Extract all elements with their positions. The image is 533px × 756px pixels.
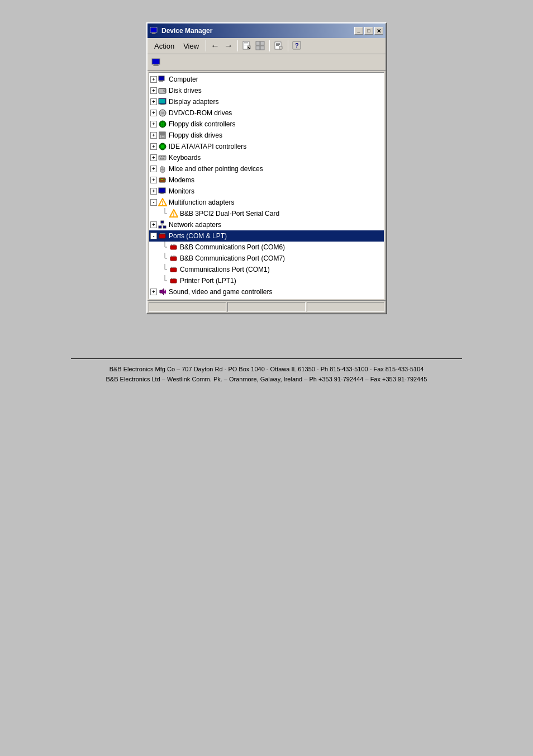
minimize-button[interactable]: _ xyxy=(354,27,363,35)
expand-display[interactable]: + xyxy=(150,98,157,105)
tree-item-modems[interactable]: + Modems xyxy=(149,174,384,186)
svg-rect-54 xyxy=(160,158,161,159)
tree-item-computer[interactable]: + Computer xyxy=(149,74,384,85)
tree-item-bnb-3pci2[interactable]: B&B 3PCI2 Dual-Port Serial Card xyxy=(149,208,384,219)
device-tree[interactable]: + Computer + D xyxy=(149,72,384,299)
expand-ide[interactable]: + xyxy=(150,143,157,150)
bnb-com6-label: B&B Communications Port (COM6) xyxy=(180,243,285,251)
svg-rect-3 xyxy=(151,34,156,34)
svg-rect-53 xyxy=(164,156,165,157)
svg-rect-56 xyxy=(163,158,164,159)
menu-action[interactable]: Action xyxy=(150,41,179,51)
back-button[interactable]: ← xyxy=(208,39,222,53)
tree-item-disk-drives[interactable]: + Disk drives xyxy=(149,85,384,96)
computer-toolbar-button[interactable] xyxy=(150,56,163,69)
tree-item-bnb-com7[interactable]: B&B Communications Port (COM7) xyxy=(149,253,384,264)
svg-rect-12 xyxy=(256,46,260,50)
tree-item-ports[interactable]: - Ports (COM & LPT) xyxy=(149,230,384,242)
display-item-icon xyxy=(158,97,167,106)
tree-item-monitors[interactable]: + Monitors xyxy=(149,186,384,197)
menu-separator-2 xyxy=(237,40,238,51)
svg-rect-93 xyxy=(170,245,177,249)
disk-item-icon xyxy=(158,86,167,95)
network-label: Network adapters xyxy=(169,221,221,229)
mice-item-icon xyxy=(158,164,167,173)
svg-rect-6 xyxy=(244,44,248,44)
expand-keyboards[interactable]: + xyxy=(150,154,157,161)
svg-rect-52 xyxy=(163,156,164,157)
tree-item-dvd[interactable]: + DVD/CD-ROM drives xyxy=(149,107,384,119)
footer-line1: B&B Electronics Mfg Co – 707 Dayton Rd -… xyxy=(71,365,462,375)
tree-line-com7 xyxy=(163,253,167,264)
disk-drives-label: Disk drives xyxy=(169,87,202,94)
floppy-ctrl-label: Floppy disk controllers xyxy=(169,120,235,128)
help-button[interactable]: ? xyxy=(291,39,304,53)
forward-button[interactable]: → xyxy=(222,39,235,53)
status-panel-1 xyxy=(149,302,226,312)
floppy-drives-device-icon xyxy=(158,131,167,140)
floppy-ctrl-item-icon xyxy=(158,120,167,129)
bnb-3pci2-label: B&B 3PCI2 Dual-Port Serial Card xyxy=(180,210,279,218)
svg-rect-111 xyxy=(170,279,177,283)
expand-floppy-ctrl[interactable]: + xyxy=(150,121,157,127)
svg-rect-16 xyxy=(276,44,280,45)
svg-point-32 xyxy=(164,90,165,91)
ports-device-icon xyxy=(158,231,167,240)
svg-rect-81 xyxy=(163,226,166,228)
ports-label: Ports (COM & LPT) xyxy=(169,232,227,240)
expand-dvd[interactable]: + xyxy=(150,110,157,116)
expand-mice[interactable]: + xyxy=(150,166,157,172)
expand-disk[interactable]: + xyxy=(150,87,157,94)
expand-floppy-drives[interactable]: + xyxy=(150,132,157,139)
menu-separator-4 xyxy=(288,40,288,51)
tree-item-com1[interactable]: Communications Port (COM1) xyxy=(149,264,384,275)
svg-rect-65 xyxy=(163,179,164,180)
properties-icon xyxy=(242,41,252,51)
tree-item-floppy-ctrl[interactable]: + Floppy disk controllers xyxy=(149,119,384,130)
tree-item-ide[interactable]: + IDE ATA/ATAPI controllers xyxy=(149,141,384,152)
uninstall-button[interactable] xyxy=(272,39,285,53)
expand-monitors[interactable]: + xyxy=(150,188,157,195)
update-button[interactable] xyxy=(254,39,267,53)
mice-label: Mice and other pointing devices xyxy=(169,165,263,173)
tree-item-display[interactable]: + Display adapters xyxy=(149,96,384,107)
bnb-3pci2-item-icon xyxy=(169,209,178,218)
monitor-device-icon xyxy=(158,187,167,196)
maximize-button[interactable]: □ xyxy=(364,27,373,35)
tree-item-multifunction[interactable]: - Multifunction adapters xyxy=(149,197,384,208)
tree-item-lpt1[interactable]: Printer Port (LPT1) xyxy=(149,275,384,286)
svg-rect-70 xyxy=(160,193,164,194)
bnb-com6-item-icon xyxy=(169,243,178,252)
expand-ports[interactable]: - xyxy=(150,233,157,239)
display-adapters-label: Display adapters xyxy=(169,98,218,106)
tree-item-keyboards[interactable]: + Keyboards xyxy=(149,152,384,163)
network-device-icon xyxy=(158,220,167,229)
tree-item-bnb-com6[interactable]: B&B Communications Port (COM6) xyxy=(149,242,384,253)
menu-view[interactable]: View xyxy=(179,41,203,51)
expand-sound[interactable]: + xyxy=(150,289,157,295)
expand-modems[interactable]: + xyxy=(150,177,157,183)
tree-line-bnb xyxy=(163,208,167,219)
svg-rect-45 xyxy=(160,133,165,135)
close-button[interactable]: ✕ xyxy=(374,27,383,35)
tree-item-sound[interactable]: + Sound, video and game controllers xyxy=(149,286,384,297)
expand-network[interactable]: + xyxy=(150,221,157,228)
window-title: Device Manager xyxy=(161,27,212,35)
modems-label: Modems xyxy=(169,176,194,184)
tree-item-network[interactable]: + Network adapters xyxy=(149,219,384,230)
properties-button[interactable] xyxy=(240,39,254,53)
tree-item-floppy-drives[interactable]: + Floppy disk drives xyxy=(149,130,384,141)
bnb-com7-item-icon xyxy=(169,254,178,263)
expand-multifunction[interactable]: - xyxy=(150,199,157,206)
tree-item-mice[interactable]: + Mice and other pointing devices xyxy=(149,163,384,174)
svg-rect-69 xyxy=(161,193,163,193)
footer-line2: B&B Electronics Ltd – Westlink Comm. Pk.… xyxy=(71,375,462,385)
multifunction-label: Multifunction adapters xyxy=(169,199,234,206)
svg-rect-27 xyxy=(160,81,163,81)
ide-device-icon xyxy=(158,142,167,151)
svg-marker-18 xyxy=(279,46,282,49)
expand-computer[interactable]: + xyxy=(150,76,157,83)
disk-device-icon xyxy=(158,86,167,95)
uninstall-icon xyxy=(274,41,284,51)
svg-rect-5 xyxy=(244,42,248,43)
